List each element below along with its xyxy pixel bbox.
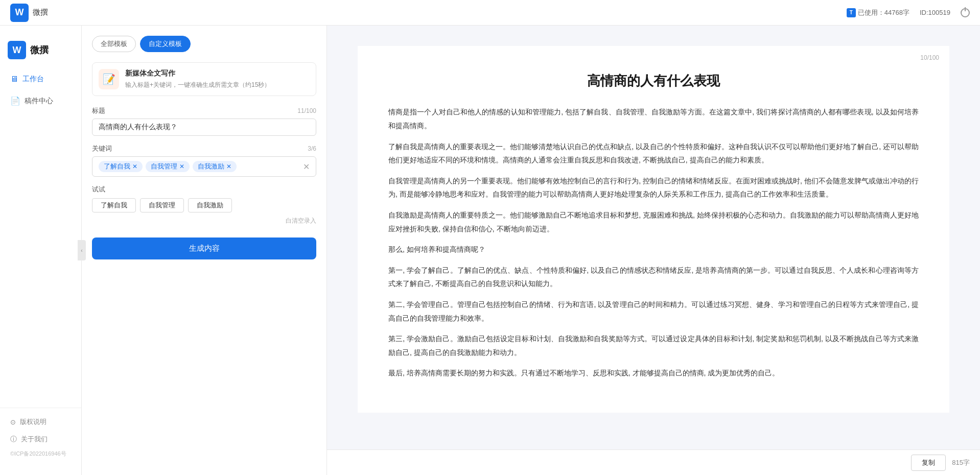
title-field-group: 标题 11/100 (92, 106, 316, 136)
title-label-text: 标题 (92, 106, 105, 115)
copyright-label: 版权说明 (20, 417, 46, 426)
paper-title: 高情商的人有什么表现 (388, 72, 919, 90)
main-layout: W 微撰 🖥 工作台 📄 稿件中心 ⊙ 版权说明 ⓘ 关于我们 ©ICP备202… (0, 26, 980, 475)
keyword-tag-text-2: 自我管理 (151, 162, 177, 171)
keyword-remove-3[interactable]: ✕ (226, 163, 231, 170)
sidebar-item-label: 稿件中心 (25, 97, 53, 106)
generate-button[interactable]: 生成内容 (92, 238, 316, 259)
title-input[interactable] (92, 118, 316, 136)
power-icon[interactable] (961, 8, 970, 17)
copyright-icon: ⊙ (10, 418, 16, 426)
preview-bottom-bar: 复制 815字 (327, 449, 980, 475)
sidebar-item-label: 工作台 (22, 75, 44, 84)
sidebar-item-drafts[interactable]: 📄 稿件中心 (0, 91, 81, 111)
form-panel: 全部模板 自定义模板 📝 新媒体全文写作 输入标题+关键词，一键准确生成所需文章… (82, 26, 327, 475)
keyword-tag-text-3: 自我激励 (198, 162, 224, 171)
paragraph-2: 了解自我是高情商人的重要表现之一。他们能够清楚地认识自己的优点和缺点, 以及自己… (388, 140, 919, 167)
topbar-right: T 已使用：44768字 ID:100519 (847, 8, 970, 17)
template-card-info: 新媒体全文写作 输入标题+关键词，一键准确生成所需文章（约15秒） (125, 69, 270, 89)
paragraph-5: 那么, 如何培养和提高情商呢？ (388, 243, 919, 256)
usage-label: 已使用：44768字 (858, 8, 909, 17)
copy-button[interactable]: 复制 (911, 455, 946, 471)
keywords-box[interactable]: 了解自我 ✕ 自我管理 ✕ 自我激励 ✕ ✕ (92, 156, 316, 177)
topbar-title: 微撰 (33, 8, 48, 17)
drafts-icon: 📄 (10, 96, 20, 106)
tab-all-templates[interactable]: 全部模板 (92, 36, 136, 52)
title-char-count: 11/100 (297, 107, 316, 114)
sidebar-item-copyright[interactable]: ⊙ 版权说明 (0, 413, 81, 431)
template-tabs: 全部模板 自定义模板 (92, 36, 316, 52)
keywords-label-text: 关键词 (92, 144, 112, 153)
sidebar: W 微撰 🖥 工作台 📄 稿件中心 ⊙ 版权说明 ⓘ 关于我们 ©ICP备202… (0, 26, 82, 475)
template-card-description: 输入标题+关键词，一键准确生成所需文章（约15秒） (125, 80, 270, 89)
paper-body: 情商是指一个人对自己和他人的情感的认知和管理能力, 包括了解自我、自我管理、自我… (388, 105, 919, 380)
keywords-field-label: 关键词 3/6 (92, 144, 316, 153)
keyword-tag-3[interactable]: 自我激励 ✕ (193, 161, 237, 172)
word-count: 815字 (952, 458, 970, 467)
trial-tag-2[interactable]: 自我管理 (140, 198, 184, 212)
topbar: W 微撰 T 已使用：44768字 ID:100519 (0, 0, 980, 26)
paragraph-3: 自我管理是高情商人的另一个重要表现。他们能够有效地控制自己的言行和行为, 控制自… (388, 174, 919, 201)
sidebar-bottom: ⊙ 版权说明 ⓘ 关于我们 ©ICP备2022016946号 (0, 408, 81, 465)
sidebar-logo-text: 微撰 (30, 44, 49, 56)
sidebar-nav: 🖥 工作台 📄 稿件中心 (0, 69, 81, 111)
content-area: 全部模板 自定义模板 📝 新媒体全文写作 输入标题+关键词，一键准确生成所需文章… (82, 26, 980, 475)
keywords-clear-btn[interactable]: ✕ (303, 162, 310, 172)
title-field-label: 标题 11/100 (92, 106, 316, 115)
paragraph-7: 第二, 学会管理自己。管理自己包括控制自己的情绪、行为和言语, 以及管理自己的时… (388, 298, 919, 325)
collapse-sidebar-btn[interactable]: ‹ (78, 240, 86, 260)
template-card-title: 新媒体全文写作 (125, 69, 270, 78)
paragraph-1: 情商是指一个人对自己和他人的情感的认知和管理能力, 包括了解自我、自我管理、自我… (388, 105, 919, 132)
keywords-char-count: 3/6 (308, 145, 316, 152)
keyword-tag-1[interactable]: 了解自我 ✕ (99, 161, 143, 172)
tab-custom-templates[interactable]: 自定义模板 (140, 36, 191, 52)
about-icon: ⓘ (10, 435, 17, 444)
trial-tags: 了解自我 自我管理 自我激励 (92, 198, 316, 212)
preview-panel: 10/100 高情商的人有什么表现 情商是指一个人对自己和他人的情感的认知和管理… (327, 26, 980, 475)
trial-label: 试试 (92, 185, 316, 194)
keyword-remove-1[interactable]: ✕ (132, 163, 137, 170)
logo-icon: W (10, 4, 29, 22)
keyword-tag-text-1: 了解自我 (104, 162, 130, 171)
template-card-icon: 📝 (99, 69, 119, 89)
topbar-left: W 微撰 (10, 4, 48, 22)
sidebar-item-workbench[interactable]: 🖥 工作台 (0, 69, 81, 89)
icp-text: ©ICP备2022016946号 (0, 448, 81, 460)
trial-tag-3[interactable]: 自我激励 (188, 198, 232, 212)
keyword-remove-2[interactable]: ✕ (179, 163, 184, 170)
paragraph-9: 最后, 培养高情商需要长期的努力和实践。只有通过不断地学习、反思和实践, 才能够… (388, 366, 919, 380)
keywords-field-group: 关键词 3/6 了解自我 ✕ 自我管理 ✕ 自我激励 ✕ (92, 144, 316, 177)
sidebar-logo-icon: W (8, 41, 26, 59)
trial-clear-btn[interactable]: 白清空录入 (92, 217, 316, 225)
trial-section: 试试 了解自我 自我管理 自我激励 白清空录入 (92, 185, 316, 225)
sidebar-item-about[interactable]: ⓘ 关于我们 (0, 431, 81, 448)
usage-icon: T (847, 8, 856, 17)
id-info: ID:100519 (920, 9, 950, 16)
paragraph-8: 第三, 学会激励自己。激励自己包括设定目标和计划、自我激励和自我奖励等方式。可以… (388, 332, 919, 359)
about-label: 关于我们 (21, 435, 48, 444)
usage-info: T 已使用：44768字 (847, 8, 909, 17)
preview-paper: 10/100 高情商的人有什么表现 情商是指一个人对自己和他人的情感的认知和管理… (358, 46, 949, 413)
paragraph-4: 自我激励是高情商人的重要特质之一。他们能够激励自己不断地追求目标和梦想, 克服困… (388, 208, 919, 235)
paper-counter: 10/100 (920, 54, 939, 61)
template-card: 📝 新媒体全文写作 输入标题+关键词，一键准确生成所需文章（约15秒） (92, 62, 316, 96)
trial-tag-1[interactable]: 了解自我 (92, 198, 136, 212)
keyword-tag-2[interactable]: 自我管理 ✕ (146, 161, 190, 172)
paragraph-6: 第一, 学会了解自己。了解自己的优点、缺点、个性特质和偏好, 以及自己的情感状态… (388, 264, 919, 291)
preview-content: 10/100 高情商的人有什么表现 情商是指一个人对自己和他人的情感的认知和管理… (327, 26, 980, 449)
workbench-icon: 🖥 (10, 75, 18, 84)
